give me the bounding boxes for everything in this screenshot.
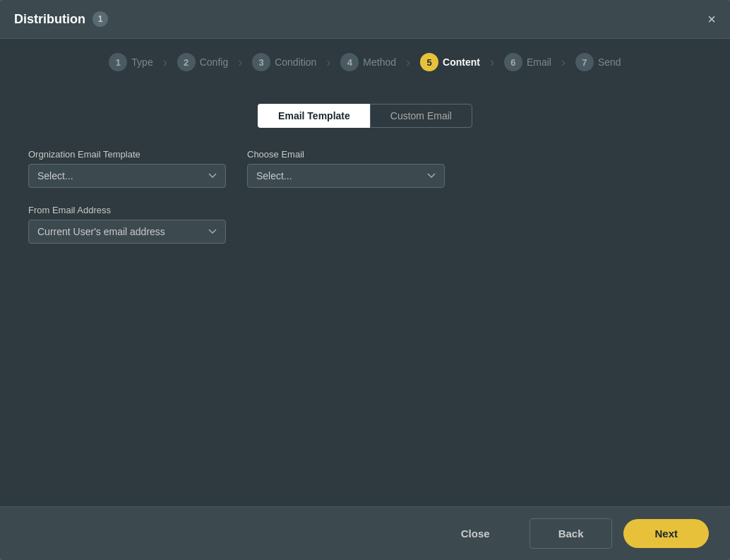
step-content-label: Content xyxy=(443,56,480,68)
choose-email-select[interactable]: Select... xyxy=(247,164,445,188)
next-button[interactable]: Next xyxy=(623,519,709,548)
choose-email-group: Choose Email Select... xyxy=(247,149,445,188)
form-row-2: From Email Address Current User's email … xyxy=(28,205,702,244)
org-template-group: Orgnization Email Template Select... xyxy=(28,149,226,188)
distribution-modal: Distribution 1 × 1 Type › 2 Config › 3 C… xyxy=(0,0,730,560)
step-content[interactable]: 5 Content xyxy=(410,53,490,71)
modal-close-button[interactable]: × xyxy=(707,12,716,26)
modal-badge: 1 xyxy=(92,11,108,27)
step-condition-number: 3 xyxy=(252,53,270,71)
step-content-number: 5 xyxy=(420,53,438,71)
step-config-label: Config xyxy=(200,56,228,68)
modal-title-text: Distribution xyxy=(14,12,85,27)
modal-header: Distribution 1 × xyxy=(0,0,730,39)
step-condition-label: Condition xyxy=(275,56,316,68)
step-send-label: Send xyxy=(598,56,621,68)
modal-footer: Close Back Next xyxy=(0,506,730,560)
step-config-number: 2 xyxy=(177,53,196,71)
org-template-label: Orgnization Email Template xyxy=(28,149,226,160)
tab-custom-email[interactable]: Custom Email xyxy=(370,104,472,128)
step-config[interactable]: 2 Config xyxy=(167,53,238,71)
step-type[interactable]: 1 Type xyxy=(99,53,162,71)
modal-body: Email Template Custom Email Orgnization … xyxy=(0,83,730,506)
back-button[interactable]: Back xyxy=(529,518,613,549)
form-row-1: Orgnization Email Template Select... Cho… xyxy=(28,149,702,188)
close-button[interactable]: Close xyxy=(433,519,518,548)
step-type-number: 1 xyxy=(109,53,127,71)
tab-bar: Email Template Custom Email xyxy=(28,104,702,128)
steps-bar: 1 Type › 2 Config › 3 Condition › 4 Meth… xyxy=(0,39,730,83)
from-email-select[interactable]: Current User's email address Organizatio… xyxy=(28,220,226,244)
step-method-number: 4 xyxy=(340,53,359,71)
modal-title: Distribution 1 xyxy=(14,11,108,27)
from-email-label: From Email Address xyxy=(28,205,226,215)
org-template-select[interactable]: Select... xyxy=(28,164,226,188)
from-email-group: From Email Address Current User's email … xyxy=(28,205,226,244)
step-method-label: Method xyxy=(363,56,396,68)
tab-email-template[interactable]: Email Template xyxy=(258,104,370,128)
step-send-number: 7 xyxy=(575,53,594,71)
step-send[interactable]: 7 Send xyxy=(566,53,631,71)
step-type-label: Type xyxy=(131,56,152,68)
step-email[interactable]: 6 Email xyxy=(494,53,561,71)
choose-email-label: Choose Email xyxy=(247,149,445,160)
step-method[interactable]: 4 Method xyxy=(330,53,406,71)
step-condition[interactable]: 3 Condition xyxy=(242,53,326,71)
step-email-number: 6 xyxy=(504,53,522,71)
step-email-label: Email xyxy=(527,56,551,68)
